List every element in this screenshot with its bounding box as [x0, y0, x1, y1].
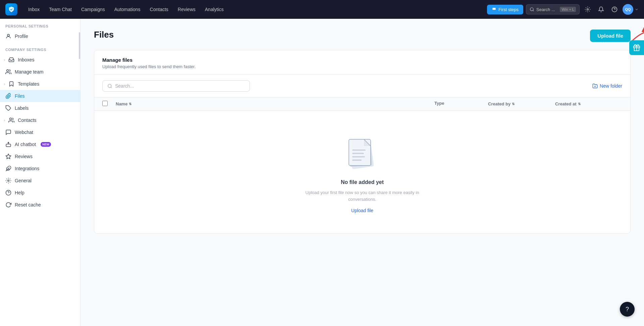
folder-plus-icon — [592, 83, 598, 89]
flag-icon — [492, 7, 496, 12]
page-title: Files — [94, 30, 114, 40]
select-all-checkbox[interactable] — [102, 101, 108, 106]
nav-inbox[interactable]: Inbox — [24, 5, 44, 14]
nav-links: Inbox Team Chat Campaigns Automations Co… — [24, 5, 484, 14]
top-navigation: Inbox Team Chat Campaigns Automations Co… — [0, 0, 644, 19]
empty-desc: Upload your first file now so you can sh… — [302, 189, 423, 202]
files-section-desc: Upload frequently used files to send the… — [102, 64, 622, 69]
bell-icon — [598, 6, 604, 12]
bot-icon — [5, 141, 11, 147]
sidebar-item-general[interactable]: General — [0, 175, 80, 187]
search-box[interactable]: Search... — [102, 80, 250, 92]
sidebar-item-reset-cache[interactable]: Reset cache — [0, 199, 80, 211]
help-circle-icon — [5, 190, 11, 196]
chevron-right-icon-contacts: › — [4, 119, 5, 122]
svg-line-21 — [111, 87, 112, 88]
empty-state: No file added yet Upload your first file… — [94, 111, 630, 233]
personal-section-title: Personal settings — [0, 19, 80, 30]
col-type: Type — [434, 101, 488, 107]
gear-icon — [585, 6, 591, 12]
svg-line-1 — [533, 10, 534, 11]
nav-search-box[interactable]: Search ... Win + L — [526, 4, 580, 14]
files-section-header: Manage files Upload frequently used file… — [94, 50, 630, 75]
first-steps-button[interactable]: First steps — [487, 5, 523, 14]
svg-point-5 — [7, 34, 9, 36]
svg-rect-28 — [352, 149, 366, 151]
nav-right: First steps Search ... Win + L QQ — [487, 4, 639, 15]
svg-point-16 — [8, 180, 9, 182]
sidebar-item-manage-team[interactable]: Manage team — [0, 66, 80, 78]
person-icon — [5, 33, 11, 39]
contacts-icon — [8, 117, 14, 123]
chevron-right-icon: › — [4, 58, 5, 62]
files-section-title: Manage files — [102, 57, 622, 63]
svg-point-2 — [587, 9, 589, 10]
svg-point-6 — [7, 69, 9, 72]
page-header: Files Upload file — [94, 30, 631, 42]
sidebar-scrollbar[interactable] — [79, 32, 80, 59]
upload-file-link-button[interactable]: Upload file — [351, 208, 373, 213]
sidebar-item-integrations[interactable]: Integrations — [0, 162, 80, 175]
help-bubble[interactable]: ? — [620, 302, 635, 317]
chevron-down-icon — [635, 7, 639, 11]
nav-contacts[interactable]: Contacts — [146, 5, 172, 14]
select-all-checkbox-container[interactable] — [102, 101, 116, 107]
bookmark-icon — [8, 81, 14, 87]
chevron-right-icon-templates: › — [4, 82, 5, 86]
svg-point-0 — [530, 8, 533, 11]
user-menu[interactable]: QQ — [623, 4, 639, 15]
nav-reviews[interactable]: Reviews — [174, 5, 200, 14]
app-logo[interactable] — [5, 3, 17, 15]
new-badge: NEW — [41, 142, 51, 147]
sidebar-item-templates[interactable]: › Templates — [0, 78, 80, 90]
search-icon — [530, 7, 534, 12]
col-created-at[interactable]: Created at ⇅ — [555, 101, 622, 107]
main-content: Files Upload file Manage files Upload fr… — [80, 19, 644, 326]
star-icon — [5, 153, 11, 159]
svg-rect-31 — [352, 159, 362, 161]
sidebar: Personal settings Profile Company settin… — [0, 19, 80, 326]
puzzle-icon — [5, 166, 11, 172]
gear-sidebar-icon — [5, 178, 11, 184]
sidebar-item-labels[interactable]: Labels — [0, 102, 80, 114]
refresh-icon — [5, 202, 11, 208]
search-shortcut: Win + L — [560, 7, 576, 12]
sidebar-item-ai-chatbot[interactable]: AI chatbot NEW — [0, 138, 80, 150]
sidebar-item-webchat[interactable]: Webchat — [0, 126, 80, 138]
col-created-by[interactable]: Created by ⇅ — [488, 101, 555, 107]
files-toolbar: Search... New folder — [94, 75, 630, 97]
files-empty-svg — [342, 131, 382, 171]
main-layout: Personal settings Profile Company settin… — [0, 19, 644, 326]
chat-icon — [5, 129, 11, 135]
tag-icon — [5, 105, 11, 111]
empty-title: No file added yet — [341, 179, 384, 185]
gift-icon — [633, 44, 640, 51]
svg-point-20 — [108, 84, 111, 87]
sidebar-item-help[interactable]: Help — [0, 187, 80, 199]
nav-campaigns[interactable]: Campaigns — [77, 5, 109, 14]
settings-icon-button[interactable] — [582, 4, 593, 15]
nav-team-chat[interactable]: Team Chat — [45, 5, 76, 14]
svg-rect-29 — [352, 153, 364, 154]
nav-analytics[interactable]: Analytics — [201, 5, 228, 14]
notifications-icon-button[interactable] — [596, 4, 606, 15]
sidebar-item-profile[interactable]: Profile — [0, 30, 80, 42]
svg-point-8 — [10, 118, 12, 120]
sidebar-item-files[interactable]: Files — [0, 90, 80, 102]
svg-marker-13 — [6, 154, 11, 159]
avatar: QQ — [623, 4, 633, 15]
gift-button[interactable] — [629, 40, 644, 55]
company-section-title: Company settings — [0, 42, 80, 54]
sort-arrows-name: ⇅ — [129, 102, 131, 106]
files-table-header: Name ⇅ Type Created by ⇅ Created at ⇅ — [94, 97, 630, 111]
inbox-icon — [8, 57, 14, 63]
sidebar-item-reviews[interactable]: Reviews — [0, 150, 80, 162]
sidebar-item-inboxes[interactable]: › Inboxes — [0, 54, 80, 66]
sidebar-item-contacts[interactable]: › Contacts — [0, 114, 80, 126]
col-name[interactable]: Name ⇅ — [116, 101, 434, 107]
new-folder-button[interactable]: New folder — [592, 83, 622, 89]
upload-file-button-top[interactable]: Upload file — [590, 30, 631, 42]
help-icon-button[interactable] — [609, 4, 620, 15]
empty-illustration — [342, 131, 382, 173]
nav-automations[interactable]: Automations — [110, 5, 145, 14]
